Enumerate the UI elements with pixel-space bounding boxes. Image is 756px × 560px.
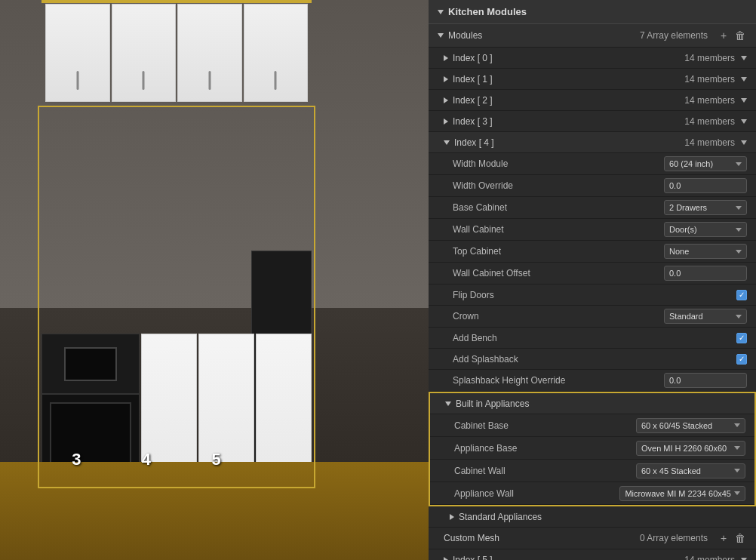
standard-appliances-expand-arrow[interactable] bbox=[450, 514, 454, 520]
base-cabinet-chevron bbox=[736, 206, 742, 210]
flip-doors-checkbox[interactable]: ✓ bbox=[736, 290, 747, 300]
kitchen-viewport: 3 4 5 bbox=[0, 0, 429, 560]
index-0-count: 14 members bbox=[684, 53, 735, 63]
standard-appliances-row[interactable]: Standard Appliances bbox=[429, 506, 756, 528]
cabinet-num-4: 4 bbox=[142, 450, 151, 469]
panel-header: Kitchen Modules bbox=[429, 0, 756, 24]
add-bench-checkbox[interactable]: ✓ bbox=[736, 333, 747, 343]
index-4-count: 14 members bbox=[684, 137, 735, 148]
index-2-count: 14 members bbox=[684, 95, 735, 106]
crown-label: Crown bbox=[453, 311, 664, 322]
add-splashback-checkbox[interactable]: ✓ bbox=[736, 354, 747, 365]
index-row-0[interactable]: Index [ 0 ] 14 members bbox=[429, 48, 756, 69]
index-1-expand-arrow[interactable] bbox=[444, 76, 448, 82]
wall-cabinet-offset-input[interactable]: 0.0 bbox=[664, 266, 747, 281]
cabinet-wall-value: 60 x 45 Stacked bbox=[636, 463, 745, 478]
cabinet-wall-dropdown[interactable]: 60 x 45 Stacked bbox=[636, 463, 745, 478]
index-4-expand-arrow[interactable] bbox=[444, 140, 450, 145]
index-4-chevron[interactable] bbox=[741, 140, 747, 145]
add-custom-mesh-button[interactable]: + bbox=[717, 531, 730, 545]
appliance-base-chevron bbox=[734, 446, 740, 450]
checkmark-icon: ✓ bbox=[739, 291, 745, 299]
crown-dropdown[interactable]: Standard bbox=[664, 309, 747, 324]
custom-mesh-count: 0 Array elements bbox=[640, 533, 708, 543]
delete-module-button[interactable]: 🗑 bbox=[733, 29, 747, 42]
index-5-chevron[interactable] bbox=[741, 558, 747, 561]
panel-title: Kitchen Modules bbox=[448, 6, 527, 17]
panel-collapse-arrow[interactable] bbox=[438, 10, 444, 14]
upper-cabinet-3 bbox=[177, 4, 242, 102]
add-module-button[interactable]: + bbox=[717, 29, 730, 42]
prop-width-override: Width Override 0.0 bbox=[429, 175, 756, 197]
cabinet-wall-chevron bbox=[734, 469, 740, 472]
index-1-count: 14 members bbox=[684, 74, 735, 85]
index-row-5[interactable]: Index [ 5 ] 14 members bbox=[429, 549, 756, 560]
panel-content[interactable]: Modules 7 Array elements + 🗑 Index [ 0 ]… bbox=[429, 24, 756, 560]
microwave-screen bbox=[64, 347, 117, 381]
delete-custom-mesh-button[interactable]: 🗑 bbox=[733, 531, 747, 545]
custom-mesh-row[interactable]: Custom Mesh 0 Array elements + 🗑 bbox=[429, 528, 756, 549]
base-cabinet-dropdown[interactable]: 2 Drawers bbox=[664, 200, 747, 215]
index-row-1[interactable]: Index [ 1 ] 14 members bbox=[429, 69, 756, 90]
upper-cabinet-1 bbox=[45, 4, 110, 102]
wall-cabinet-chevron bbox=[736, 228, 742, 232]
add-bench-label: Add Bench bbox=[453, 333, 736, 343]
index-1-chevron[interactable] bbox=[741, 77, 747, 82]
base-cabinet-label: Base Cabinet bbox=[453, 202, 664, 213]
builtin-expand-arrow[interactable] bbox=[445, 402, 451, 406]
width-override-input[interactable]: 0.0 bbox=[664, 178, 747, 193]
prop-add-bench: Add Bench ✓ bbox=[429, 328, 756, 349]
index-2-chevron[interactable] bbox=[741, 98, 747, 103]
index-3-count: 14 members bbox=[684, 116, 735, 127]
width-module-value: 60 (24 inch) bbox=[664, 156, 747, 171]
top-cabinet-dropdown[interactable]: None bbox=[664, 244, 747, 259]
cabinet-base-label: Cabinet Base bbox=[454, 420, 636, 431]
index-row-2[interactable]: Index [ 2 ] 14 members bbox=[429, 90, 756, 111]
cabinet-base-dropdown[interactable]: 60 x 60/45 Stacked bbox=[636, 418, 745, 433]
splashback-height-input[interactable]: 0.0 bbox=[664, 373, 747, 388]
prop-width-module: Width Module 60 (24 inch) bbox=[429, 153, 756, 175]
prop-appliance-base: Appliance Base Oven MI H 2260 60x60 bbox=[430, 437, 754, 460]
microwave bbox=[42, 334, 139, 395]
width-module-dropdown[interactable]: 60 (24 inch) bbox=[664, 156, 747, 171]
builtin-appliances-header[interactable]: Built in Appliances bbox=[430, 393, 754, 414]
cabinet-base-chevron bbox=[734, 423, 740, 427]
prop-add-splashback: Add Splashback ✓ bbox=[429, 349, 756, 370]
crown-value: Standard bbox=[664, 309, 747, 324]
appliance-base-dropdown[interactable]: Oven MI H 2260 60x60 bbox=[636, 441, 745, 456]
width-override-label: Width Override bbox=[453, 180, 664, 191]
index-2-label: Index [ 2 ] bbox=[444, 95, 684, 106]
top-cabinet-value: None bbox=[664, 244, 747, 259]
prop-splashback-height: Splashback Height Override 0.0 bbox=[429, 370, 756, 392]
properties-panel: Kitchen Modules Modules 7 Array elements… bbox=[429, 0, 756, 560]
wall-cabinet-dropdown[interactable]: Door(s) bbox=[664, 222, 747, 237]
index-5-label: Index [ 5 ] bbox=[444, 555, 684, 561]
index-row-4[interactable]: Index [ 4 ] 14 members bbox=[429, 132, 756, 153]
prop-cabinet-wall: Cabinet Wall 60 x 45 Stacked bbox=[430, 460, 754, 482]
kitchen-floor bbox=[0, 462, 429, 560]
width-override-value: 0.0 bbox=[664, 178, 747, 193]
index-5-count: 14 members bbox=[684, 555, 735, 561]
modules-expand-arrow[interactable] bbox=[438, 33, 444, 38]
modules-header-row: Modules 7 Array elements + 🗑 bbox=[429, 24, 756, 48]
index-5-expand-arrow[interactable] bbox=[444, 557, 448, 561]
index-2-expand-arrow[interactable] bbox=[444, 97, 448, 103]
index-3-expand-arrow[interactable] bbox=[444, 118, 448, 125]
cabinet-num-3: 3 bbox=[72, 450, 81, 469]
appliance-wall-chevron bbox=[734, 491, 740, 495]
wall-cabinet-value: Door(s) bbox=[664, 222, 747, 237]
splashback-height-label: Splashback Height Override bbox=[453, 375, 664, 386]
index-0-expand-arrow[interactable] bbox=[444, 55, 448, 61]
index-row-3[interactable]: Index [ 3 ] 14 members bbox=[429, 111, 756, 132]
index-0-chevron[interactable] bbox=[741, 56, 747, 60]
checkmark-icon: ✓ bbox=[739, 334, 745, 342]
upper-cabinet-4 bbox=[244, 4, 309, 102]
base-cabinet-value: 2 Drawers bbox=[664, 200, 747, 215]
modules-label: Modules bbox=[438, 30, 640, 41]
flip-doors-label: Flip Doors bbox=[453, 290, 736, 300]
cabinet-base-value: 60 x 60/45 Stacked bbox=[636, 418, 745, 433]
index-3-chevron[interactable] bbox=[741, 119, 747, 124]
appliance-wall-dropdown[interactable]: Microwave MI M 2234 60x45 bbox=[619, 486, 745, 501]
prop-top-cabinet: Top Cabinet None bbox=[429, 241, 756, 263]
appliance-wall-label: Appliance Wall bbox=[454, 488, 619, 499]
